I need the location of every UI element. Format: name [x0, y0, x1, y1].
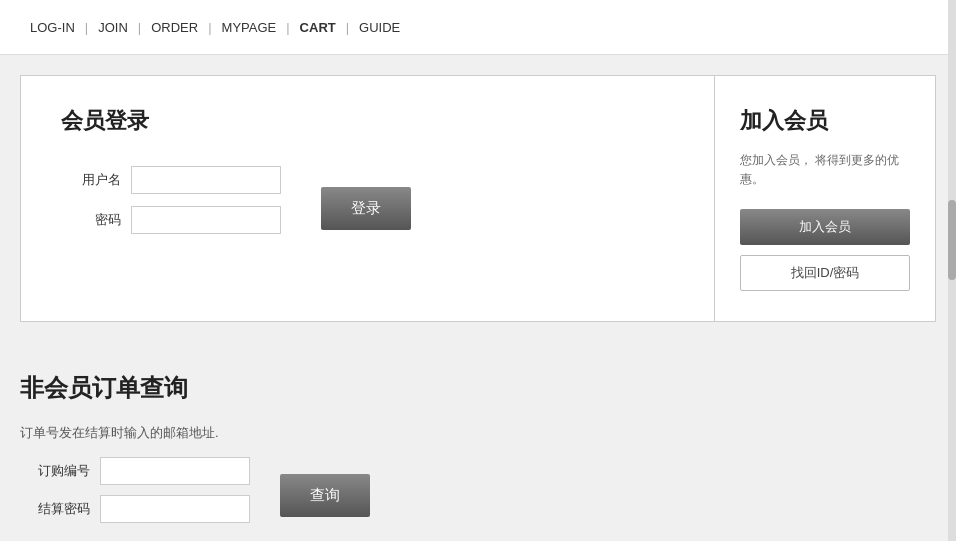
username-label: 用户名 [61, 171, 121, 189]
order-password-label: 结算密码 [20, 500, 90, 518]
scrollbar-track[interactable] [948, 0, 956, 541]
login-join-container: 会员登录 用户名 密码 登录 加入会员 [20, 75, 936, 322]
order-number-row: 订购编号 [20, 457, 250, 485]
password-row: 密码 [61, 206, 281, 234]
nav-mypage[interactable]: MYPAGE [212, 20, 287, 35]
nav-join[interactable]: JOIN [88, 20, 138, 35]
order-number-input[interactable] [100, 457, 250, 485]
order-form-area: 订购编号 结算密码 查询 [20, 457, 936, 533]
top-nav: LOG-IN | JOIN | ORDER | MYPAGE | CART | … [0, 0, 956, 55]
nav-guide[interactable]: GUIDE [349, 20, 410, 35]
login-panel: 会员登录 用户名 密码 登录 [21, 76, 715, 321]
password-input[interactable] [131, 206, 281, 234]
nav-order[interactable]: ORDER [141, 20, 208, 35]
join-button[interactable]: 加入会员 [740, 209, 910, 245]
order-password-row: 结算密码 [20, 495, 250, 523]
order-password-input[interactable] [100, 495, 250, 523]
order-section: 非会员订单查询 订单号发在结算时输入的邮箱地址. 订购编号 结算密码 查询 [20, 362, 936, 541]
order-title: 非会员订单查询 [20, 372, 936, 404]
join-panel: 加入会员 您加入会员， 将得到更多的优惠。 加入会员 找回ID/密码 [715, 76, 935, 321]
username-input[interactable] [131, 166, 281, 194]
login-form-area: 用户名 密码 登录 [61, 166, 674, 246]
nav-cart[interactable]: CART [290, 20, 346, 35]
order-form: 订购编号 结算密码 [20, 457, 250, 533]
order-number-label: 订购编号 [20, 462, 90, 480]
login-button[interactable]: 登录 [321, 187, 411, 230]
join-title: 加入会员 [740, 106, 910, 136]
main-content: 会员登录 用户名 密码 登录 加入会员 [0, 55, 956, 541]
password-label: 密码 [61, 211, 121, 229]
login-title: 会员登录 [61, 106, 674, 136]
order-description: 订单号发在结算时输入的邮箱地址. [20, 424, 936, 442]
query-button-area: 查询 [280, 474, 370, 517]
username-row: 用户名 [61, 166, 281, 194]
scrollbar-thumb[interactable] [948, 200, 956, 280]
find-id-button[interactable]: 找回ID/密码 [740, 255, 910, 291]
query-button[interactable]: 查询 [280, 474, 370, 517]
join-description: 您加入会员， 将得到更多的优惠。 [740, 151, 910, 189]
login-form: 用户名 密码 [61, 166, 281, 246]
nav-login[interactable]: LOG-IN [20, 20, 85, 35]
login-button-area: 登录 [311, 187, 411, 230]
